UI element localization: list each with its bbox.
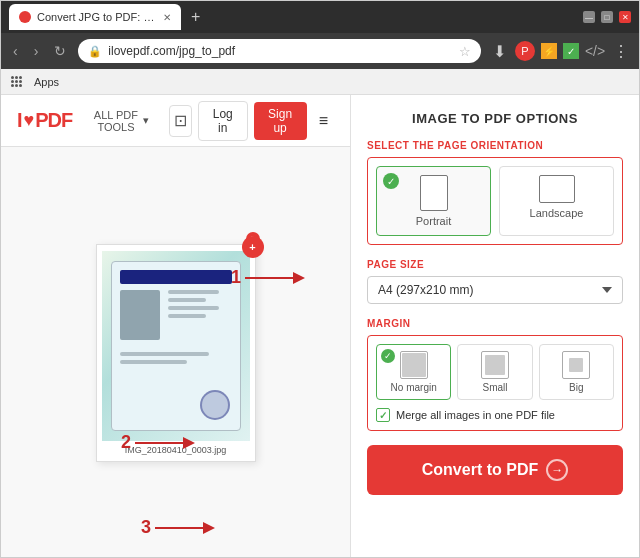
margin-box: ✓ No margin Small <box>367 335 623 431</box>
apps-grid-icon <box>11 76 22 87</box>
big-margin-option[interactable]: Big <box>539 344 614 400</box>
image-thumbnail <box>102 251 250 441</box>
margin-options: ✓ No margin Small <box>376 344 614 400</box>
dropdown-arrow-icon: ▾ <box>143 114 149 127</box>
browser-titlebar: Convert JPG to PDF: Images JPG ✕ + — □ ✕ <box>1 1 639 33</box>
annotation-label-2: 2 <box>121 432 131 453</box>
arrow-3-icon <box>155 518 215 538</box>
arrow-1-icon <box>245 268 305 288</box>
portrait-label: Portrait <box>416 215 451 227</box>
page-content: I ♥ PDF ALL PDF TOOLS ▾ ⊡ Log in Sign up… <box>1 95 639 558</box>
minimize-button[interactable]: — <box>583 11 595 23</box>
apps-bookmark[interactable]: Apps <box>28 74 65 90</box>
maximize-button[interactable]: □ <box>601 11 613 23</box>
site-logo[interactable]: I ♥ PDF <box>17 109 72 132</box>
merge-label: Merge all images in one PDF file <box>396 409 555 421</box>
bookmarks-bar: Apps <box>1 69 639 95</box>
back-button[interactable]: ‹ <box>9 41 22 61</box>
logo-heart-icon: ♥ <box>24 110 34 131</box>
orientation-label: SELECT THE PAGE ORIENTATION <box>367 140 623 151</box>
no-margin-label: No margin <box>391 382 437 393</box>
left-panel: I ♥ PDF ALL PDF TOOLS ▾ ⊡ Log in Sign up… <box>1 95 351 558</box>
logo-pdf: PDF <box>35 109 72 132</box>
upload-area: 1 + <box>1 147 350 558</box>
landscape-label: Landscape <box>530 207 584 219</box>
window-controls: — □ ✕ <box>583 11 631 23</box>
devtools-icon[interactable]: </> <box>585 41 605 61</box>
signup-button[interactable]: Sign up <box>254 102 307 140</box>
options-title: IMAGE TO PDF OPTIONS <box>367 111 623 126</box>
monitor-icon[interactable]: ⊡ <box>169 105 192 137</box>
login-button[interactable]: Log in <box>198 101 247 141</box>
profile-icon[interactable]: P <box>515 41 535 61</box>
tab-title: Convert JPG to PDF: Images JPG <box>37 11 157 23</box>
annotation-label-3: 3 <box>141 517 151 538</box>
portrait-page-icon <box>420 175 448 211</box>
portrait-option[interactable]: ✓ Portrait <box>376 166 491 236</box>
merge-check-icon: ✓ <box>379 410 387 421</box>
convert-arrow-icon: → <box>546 459 568 481</box>
big-margin-icon <box>562 351 590 379</box>
margin-label: MARGIN <box>367 318 623 329</box>
new-tab-button[interactable]: + <box>185 6 206 28</box>
close-button[interactable]: ✕ <box>619 11 631 23</box>
small-margin-icon <box>481 351 509 379</box>
site-header: I ♥ PDF ALL PDF TOOLS ▾ ⊡ Log in Sign up… <box>1 95 350 147</box>
no-margin-option[interactable]: ✓ No margin <box>376 344 451 400</box>
margin-section: MARGIN ✓ No margin <box>367 318 623 431</box>
extension-icon-1[interactable]: ⚡ <box>541 43 557 59</box>
address-bar[interactable]: 🔒 ilovepdf.com/jpg_to_pdf ☆ <box>78 39 481 63</box>
small-margin-option[interactable]: Small <box>457 344 532 400</box>
lock-icon: 🔒 <box>88 45 102 58</box>
annotation-3: 3 <box>141 517 215 538</box>
orientation-box: ✓ Portrait Landscape <box>367 157 623 245</box>
landscape-page-icon <box>539 175 575 203</box>
extension-icon-2[interactable]: ✓ <box>563 43 579 59</box>
no-margin-icon <box>400 351 428 379</box>
big-margin-label: Big <box>569 382 583 393</box>
arrow-2-icon <box>135 433 195 453</box>
portrait-check-icon: ✓ <box>383 173 399 189</box>
header-right: ⊡ Log in Sign up ≡ <box>169 101 334 141</box>
annotation-2: 2 <box>121 432 195 453</box>
active-tab[interactable]: Convert JPG to PDF: Images JPG ✕ <box>9 4 181 30</box>
merge-row: ✓ Merge all images in one PDF file <box>376 408 614 422</box>
download-icon[interactable]: ⬇ <box>489 41 509 61</box>
tab-area: Convert JPG to PDF: Images JPG ✕ + <box>9 4 206 30</box>
hamburger-menu-button[interactable]: ≡ <box>313 108 334 134</box>
menu-dots-icon[interactable]: ⋮ <box>611 41 631 61</box>
forward-button[interactable]: › <box>30 41 43 61</box>
annotation-1: 1 <box>231 267 305 288</box>
small-margin-label: Small <box>482 382 507 393</box>
browser-addressbar: ‹ › ↻ 🔒 ilovepdf.com/jpg_to_pdf ☆ ⬇ P ⚡ … <box>1 33 639 69</box>
annotation-label-1: 1 <box>231 267 241 288</box>
address-text: ilovepdf.com/jpg_to_pdf <box>108 44 453 58</box>
orientation-section: SELECT THE PAGE ORIENTATION ✓ Portrait L… <box>367 140 623 245</box>
fake-id-card <box>111 261 241 431</box>
right-panel: IMAGE TO PDF OPTIONS SELECT THE PAGE ORI… <box>351 95 639 558</box>
all-tools-button[interactable]: ALL PDF TOOLS ▾ <box>84 105 156 137</box>
convert-to-pdf-button[interactable]: Convert to PDF → <box>367 445 623 495</box>
page-size-select[interactable]: A4 (297x210 mm) <box>367 276 623 304</box>
browser-toolbar-icons: ⬇ P ⚡ ✓ </> ⋮ <box>489 41 631 61</box>
convert-btn-label: Convert to PDF <box>422 461 538 479</box>
page-size-label: PAGE SIZE <box>367 259 623 270</box>
landscape-option[interactable]: Landscape <box>499 166 614 236</box>
page-size-section: PAGE SIZE A4 (297x210 mm) <box>367 259 623 304</box>
merge-checkbox[interactable]: ✓ <box>376 408 390 422</box>
logo-i: I <box>17 109 22 132</box>
tab-favicon <box>19 11 31 23</box>
orientation-options: ✓ Portrait Landscape <box>376 166 614 236</box>
tab-close-button[interactable]: ✕ <box>163 12 171 23</box>
no-margin-check-icon: ✓ <box>381 349 395 363</box>
refresh-button[interactable]: ↻ <box>50 41 70 61</box>
add-file-button[interactable]: + <box>242 236 264 258</box>
bookmark-star-icon[interactable]: ☆ <box>459 44 471 59</box>
